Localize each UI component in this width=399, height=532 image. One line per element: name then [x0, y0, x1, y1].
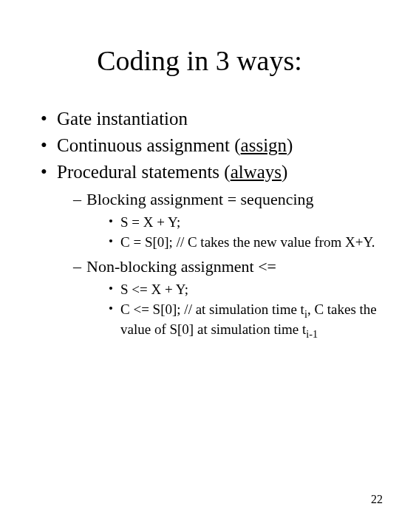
slide-title: Coding in 3 ways: — [22, 44, 377, 77]
l3-text: C = S[0]; // C takes the new value from … — [120, 234, 375, 250]
l1-text-assign: assign — [241, 135, 287, 155]
l1-item-gate: Gate instantiation — [41, 106, 377, 132]
l3-text: S <= X + Y; — [120, 282, 188, 297]
l1-text-post: ) — [287, 135, 293, 155]
l2-text: Blocking assignment = sequencing — [86, 190, 314, 208]
l2-item-nonblocking: Non-blocking assignment <= S <= X + Y; C… — [73, 256, 377, 341]
l1-text-pre: Procedural statements ( — [57, 162, 231, 182]
l1-text: Gate instantiation — [57, 109, 188, 129]
bullet-list-level3: S = X + Y; C = S[0]; // C takes the new … — [86, 214, 377, 251]
l3-sub-i1: i-1 — [306, 328, 318, 340]
l2-text: Non-blocking assignment <= — [86, 257, 276, 276]
l1-text-always: always — [231, 162, 282, 182]
slide: Coding in 3 ways: Gate instantiation Con… — [0, 0, 399, 532]
bullet-list-level2: Blocking assignment = sequencing S = X +… — [57, 188, 377, 341]
bullet-list-level1: Gate instantiation Continuous assignment… — [22, 106, 377, 341]
l3-item: S = X + Y; — [109, 214, 377, 232]
l3-item: S <= X + Y; — [109, 281, 377, 299]
l3-text: S = X + Y; — [120, 214, 180, 230]
l1-item-continuous: Continuous assignment (assign) — [41, 133, 377, 158]
bullet-list-level3: S <= X + Y; C <= S[0]; // at simulation … — [86, 281, 377, 341]
l3-item: C = S[0]; // C takes the new value from … — [109, 233, 377, 252]
page-number: 22 — [371, 493, 383, 506]
l3-text-pre: C <= S[0]; // at simulation time t — [120, 301, 304, 317]
l1-text-post: ) — [282, 162, 287, 182]
l1-text-pre: Continuous assignment ( — [57, 135, 241, 155]
l1-item-procedural: Procedural statements (always) Blocking … — [41, 160, 377, 341]
l2-item-blocking: Blocking assignment = sequencing S = X +… — [73, 188, 377, 251]
l3-item: C <= S[0]; // at simulation time ti, C t… — [109, 301, 377, 341]
